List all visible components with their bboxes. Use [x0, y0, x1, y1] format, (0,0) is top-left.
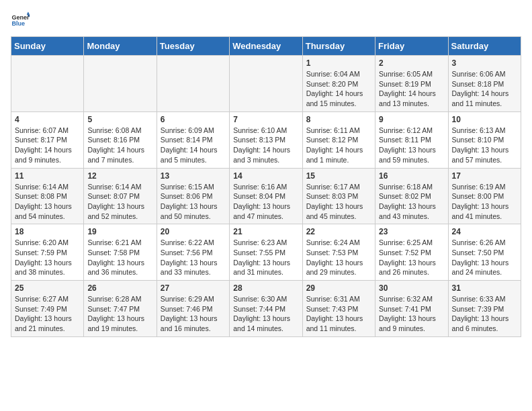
calendar-cell: 12Sunrise: 6:14 AM Sunset: 8:07 PM Dayli…: [84, 168, 157, 224]
day-number: 3: [452, 58, 517, 68]
day-info: Sunrise: 6:16 AM Sunset: 8:04 PM Dayligh…: [233, 182, 298, 222]
day-info: Sunrise: 6:07 AM Sunset: 8:17 PM Dayligh…: [15, 126, 80, 165]
day-info: Sunrise: 6:11 AM Sunset: 8:12 PM Dayligh…: [306, 126, 371, 165]
calendar-cell: 10Sunrise: 6:13 AM Sunset: 8:10 PM Dayli…: [448, 111, 521, 168]
day-number: 10: [452, 115, 517, 124]
day-info: Sunrise: 6:09 AM Sunset: 8:14 PM Dayligh…: [161, 126, 226, 165]
day-number: 16: [379, 171, 444, 181]
calendar-cell: 6Sunrise: 6:09 AM Sunset: 8:14 PM Daylig…: [157, 111, 229, 168]
calendar-cell: 17Sunrise: 6:19 AM Sunset: 8:00 PM Dayli…: [448, 168, 521, 224]
day-header-saturday: Saturday: [448, 37, 521, 56]
calendar-header-row: SundayMondayTuesdayWednesdayThursdayFrid…: [11, 37, 521, 56]
day-info: Sunrise: 6:29 AM Sunset: 7:46 PM Dayligh…: [161, 294, 226, 334]
day-number: 26: [87, 283, 152, 293]
calendar-cell: [84, 56, 157, 112]
svg-text:General: General: [11, 14, 30, 21]
day-info: Sunrise: 6:17 AM Sunset: 8:03 PM Dayligh…: [306, 182, 371, 222]
day-number: 6: [161, 115, 226, 124]
day-number: 21: [233, 227, 298, 236]
day-info: Sunrise: 6:32 AM Sunset: 7:41 PM Dayligh…: [379, 294, 444, 334]
day-info: Sunrise: 6:12 AM Sunset: 8:11 PM Dayligh…: [379, 126, 444, 165]
day-number: 22: [306, 227, 371, 236]
day-number: 4: [15, 115, 80, 124]
day-info: Sunrise: 6:20 AM Sunset: 7:59 PM Dayligh…: [15, 238, 80, 277]
day-info: Sunrise: 6:15 AM Sunset: 8:06 PM Dayligh…: [161, 182, 226, 222]
calendar-cell: 16Sunrise: 6:18 AM Sunset: 8:02 PM Dayli…: [375, 168, 448, 224]
day-number: 7: [233, 115, 298, 124]
day-number: 9: [379, 115, 444, 124]
calendar-cell: 14Sunrise: 6:16 AM Sunset: 8:04 PM Dayli…: [230, 168, 302, 224]
day-number: 25: [15, 283, 80, 293]
day-number: 20: [161, 227, 226, 236]
week-row-1: 1Sunrise: 6:04 AM Sunset: 8:20 PM Daylig…: [11, 56, 521, 112]
day-info: Sunrise: 6:18 AM Sunset: 8:02 PM Dayligh…: [379, 182, 444, 222]
day-number: 14: [233, 171, 298, 181]
day-number: 18: [15, 227, 80, 236]
header: General Blue: [11, 11, 521, 30]
day-header-thursday: Thursday: [302, 37, 375, 56]
day-number: 15: [306, 171, 371, 181]
calendar-cell: 15Sunrise: 6:17 AM Sunset: 8:03 PM Dayli…: [302, 168, 375, 224]
week-row-5: 25Sunrise: 6:27 AM Sunset: 7:49 PM Dayli…: [11, 281, 521, 337]
day-number: 17: [452, 171, 517, 181]
calendar-cell: 24Sunrise: 6:26 AM Sunset: 7:50 PM Dayli…: [448, 224, 521, 281]
day-number: 13: [161, 171, 226, 181]
calendar-cell: 25Sunrise: 6:27 AM Sunset: 7:49 PM Dayli…: [11, 281, 84, 337]
day-number: 30: [379, 283, 444, 293]
calendar-cell: 13Sunrise: 6:15 AM Sunset: 8:06 PM Dayli…: [157, 168, 229, 224]
day-number: 11: [15, 171, 80, 181]
calendar-cell: 19Sunrise: 6:21 AM Sunset: 7:58 PM Dayli…: [84, 224, 157, 281]
day-number: 23: [379, 227, 444, 236]
day-info: Sunrise: 6:21 AM Sunset: 7:58 PM Dayligh…: [87, 238, 152, 277]
calendar-cell: 20Sunrise: 6:22 AM Sunset: 7:56 PM Dayli…: [157, 224, 229, 281]
day-number: 2: [379, 58, 444, 68]
day-info: Sunrise: 6:14 AM Sunset: 8:08 PM Dayligh…: [15, 182, 80, 222]
day-info: Sunrise: 6:25 AM Sunset: 7:52 PM Dayligh…: [379, 238, 444, 277]
day-header-monday: Monday: [84, 37, 157, 56]
day-number: 19: [87, 227, 152, 236]
day-info: Sunrise: 6:22 AM Sunset: 7:56 PM Dayligh…: [161, 238, 226, 277]
calendar-cell: 7Sunrise: 6:10 AM Sunset: 8:13 PM Daylig…: [230, 111, 302, 168]
calendar-cell: 4Sunrise: 6:07 AM Sunset: 8:17 PM Daylig…: [11, 111, 84, 168]
day-info: Sunrise: 6:04 AM Sunset: 8:20 PM Dayligh…: [306, 69, 371, 109]
calendar-cell: [230, 56, 302, 112]
day-info: Sunrise: 6:27 AM Sunset: 7:49 PM Dayligh…: [15, 294, 80, 334]
day-header-wednesday: Wednesday: [230, 37, 302, 56]
calendar-cell: 27Sunrise: 6:29 AM Sunset: 7:46 PM Dayli…: [157, 281, 229, 337]
day-info: Sunrise: 6:33 AM Sunset: 7:39 PM Dayligh…: [452, 294, 517, 334]
day-info: Sunrise: 6:24 AM Sunset: 7:53 PM Dayligh…: [306, 238, 371, 277]
calendar-cell: 2Sunrise: 6:05 AM Sunset: 8:19 PM Daylig…: [375, 56, 448, 112]
logo: General Blue: [11, 11, 30, 30]
calendar-cell: [157, 56, 229, 112]
calendar-cell: 31Sunrise: 6:33 AM Sunset: 7:39 PM Dayli…: [448, 281, 521, 337]
day-number: 24: [452, 227, 517, 236]
day-info: Sunrise: 6:31 AM Sunset: 7:43 PM Dayligh…: [306, 294, 371, 334]
day-header-tuesday: Tuesday: [157, 37, 229, 56]
calendar-cell: 21Sunrise: 6:23 AM Sunset: 7:55 PM Dayli…: [230, 224, 302, 281]
calendar-body: 1Sunrise: 6:04 AM Sunset: 8:20 PM Daylig…: [11, 56, 521, 337]
calendar-cell: 11Sunrise: 6:14 AM Sunset: 8:08 PM Dayli…: [11, 168, 84, 224]
day-number: 5: [87, 115, 152, 124]
calendar-cell: 9Sunrise: 6:12 AM Sunset: 8:11 PM Daylig…: [375, 111, 448, 168]
week-row-4: 18Sunrise: 6:20 AM Sunset: 7:59 PM Dayli…: [11, 224, 521, 281]
day-number: 8: [306, 115, 371, 124]
svg-text:Blue: Blue: [11, 20, 25, 27]
calendar-cell: 18Sunrise: 6:20 AM Sunset: 7:59 PM Dayli…: [11, 224, 84, 281]
calendar-table: SundayMondayTuesdayWednesdayThursdayFrid…: [11, 36, 521, 337]
calendar-cell: 5Sunrise: 6:08 AM Sunset: 8:16 PM Daylig…: [84, 111, 157, 168]
calendar-cell: 28Sunrise: 6:30 AM Sunset: 7:44 PM Dayli…: [230, 281, 302, 337]
day-number: 28: [233, 283, 298, 293]
day-info: Sunrise: 6:06 AM Sunset: 8:18 PM Dayligh…: [452, 69, 517, 109]
day-info: Sunrise: 6:19 AM Sunset: 8:00 PM Dayligh…: [452, 182, 517, 222]
week-row-3: 11Sunrise: 6:14 AM Sunset: 8:08 PM Dayli…: [11, 168, 521, 224]
day-info: Sunrise: 6:08 AM Sunset: 8:16 PM Dayligh…: [87, 126, 152, 165]
day-info: Sunrise: 6:05 AM Sunset: 8:19 PM Dayligh…: [379, 69, 444, 109]
calendar-cell: 30Sunrise: 6:32 AM Sunset: 7:41 PM Dayli…: [375, 281, 448, 337]
day-info: Sunrise: 6:28 AM Sunset: 7:47 PM Dayligh…: [87, 294, 152, 334]
svg-marker-2: [27, 11, 30, 14]
day-info: Sunrise: 6:10 AM Sunset: 8:13 PM Dayligh…: [233, 126, 298, 165]
day-header-sunday: Sunday: [11, 37, 84, 56]
day-info: Sunrise: 6:30 AM Sunset: 7:44 PM Dayligh…: [233, 294, 298, 334]
day-info: Sunrise: 6:26 AM Sunset: 7:50 PM Dayligh…: [452, 238, 517, 277]
calendar-cell: 1Sunrise: 6:04 AM Sunset: 8:20 PM Daylig…: [302, 56, 375, 112]
